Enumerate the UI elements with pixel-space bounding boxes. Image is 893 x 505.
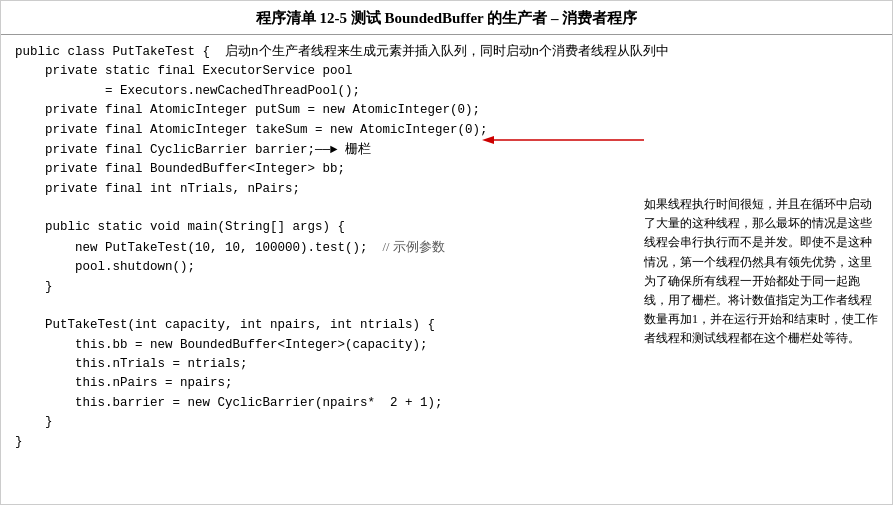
code-line-12: }: [15, 280, 53, 294]
code-line-blank2: [15, 299, 23, 313]
annotation-text: 如果线程执行时间很短，并且在循环中启动了大量的这种线程，那么最坏的情况是这些线程…: [644, 195, 882, 349]
content-area: public class PutTakeTest { 启动n个生产者线程来生成元…: [1, 35, 892, 452]
code-line-13: PutTakeTest(int capacity, int npairs, in…: [15, 318, 435, 332]
code-line-17: this.barrier = new CyclicBarrier(npairs*…: [15, 396, 443, 410]
title-text: 程序清单 12-5 测试 BoundedBuffer 的生产者 – 消费者程序: [256, 10, 637, 26]
code-line-11: pool.shutdown();: [15, 260, 195, 274]
code-line-19: }: [15, 435, 23, 449]
code-line-10: new PutTakeTest(10, 10, 100000).test(); …: [15, 241, 445, 255]
page-container: 程序清单 12-5 测试 BoundedBuffer 的生产者 – 消费者程序 …: [0, 0, 893, 505]
code-line-7: private final BoundedBuffer<Integer> bb;: [15, 162, 345, 176]
code-line-3: = Executors.newCachedThreadPool();: [15, 84, 360, 98]
page-title: 程序清单 12-5 测试 BoundedBuffer 的生产者 – 消费者程序: [1, 1, 892, 35]
code-line-2: private static final ExecutorService poo…: [15, 64, 353, 78]
code-line-18: }: [15, 415, 53, 429]
code-line-15: this.nTrials = ntrials;: [15, 357, 248, 371]
code-line-9: public static void main(String[] args) {: [15, 220, 345, 234]
svg-marker-1: [482, 136, 494, 144]
code-line-6: private final CyclicBarrier barrier;——► …: [15, 143, 371, 157]
annotation-arrow: [444, 130, 682, 150]
code-line-8: private final int nTrials, nPairs;: [15, 182, 300, 196]
code-line-14: this.bb = new BoundedBuffer<Integer>(cap…: [15, 338, 428, 352]
code-line-16: this.nPairs = npairs;: [15, 376, 233, 390]
code-line-5: private final AtomicInteger takeSum = ne…: [15, 123, 488, 137]
code-line-4: private final AtomicInteger putSum = new…: [15, 103, 480, 117]
annotation-box: 如果线程执行时间很短，并且在循环中启动了大量的这种线程，那么最坏的情况是这些线程…: [644, 195, 882, 349]
code-line-1: public class PutTakeTest { 启动n个生产者线程来生成元…: [15, 45, 669, 59]
code-line-blank1: [15, 201, 23, 215]
